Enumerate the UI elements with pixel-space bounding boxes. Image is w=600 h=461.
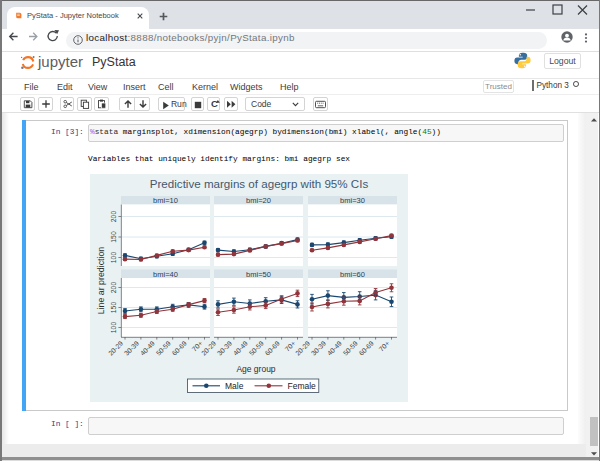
svg-text:Female: Female bbox=[288, 381, 317, 391]
svg-text:bmi=30: bmi=30 bbox=[340, 196, 365, 205]
svg-text:150: 150 bbox=[110, 302, 117, 314]
svg-text:150: 150 bbox=[110, 231, 117, 243]
svg-text:Male: Male bbox=[225, 381, 244, 391]
svg-text:Line ar prediction: Line ar prediction bbox=[96, 247, 106, 315]
svg-text:bmi=20: bmi=20 bbox=[246, 196, 271, 205]
svg-text:bmi=60: bmi=60 bbox=[340, 270, 365, 279]
svg-text:bmi=10: bmi=10 bbox=[153, 196, 178, 205]
svg-text:100: 100 bbox=[110, 322, 117, 334]
svg-text:200: 200 bbox=[110, 211, 117, 223]
svg-text:200: 200 bbox=[110, 282, 117, 294]
svg-text:bmi=40: bmi=40 bbox=[153, 270, 178, 279]
svg-text:Predictive margins of agegrp w: Predictive margins of agegrp with 95% CI… bbox=[150, 177, 369, 190]
svg-text:Age group: Age group bbox=[236, 364, 275, 374]
svg-text:100: 100 bbox=[110, 252, 117, 264]
svg-text:bmi=50: bmi=50 bbox=[246, 270, 271, 279]
